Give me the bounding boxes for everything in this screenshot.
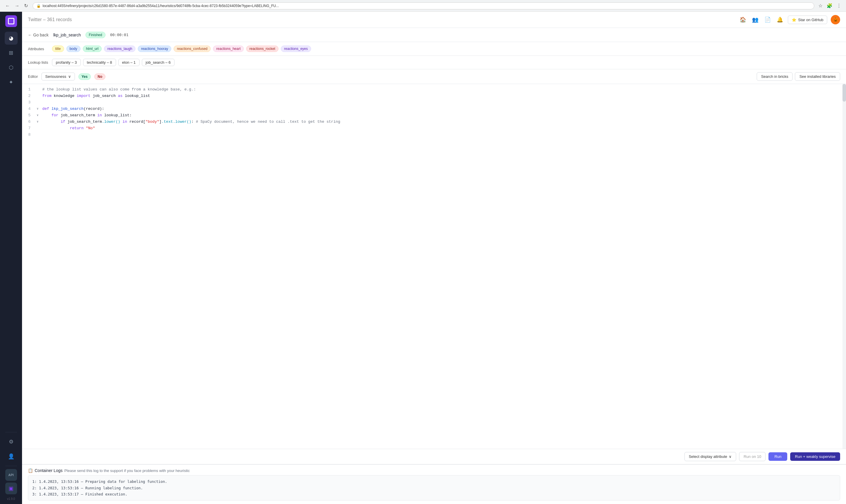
attributes-section: Attributes title body html_url reactions…	[22, 42, 846, 56]
back-arrow-icon: ←	[28, 33, 32, 37]
editor-section: Editor Seriousness ∨ Yes No Search in br…	[22, 69, 846, 84]
log-line-2: 2: 1.4.2023, 13:53:16 – Running labeling…	[32, 485, 836, 491]
user-avatar[interactable]: 🎃	[831, 15, 840, 24]
attr-reactions-confused[interactable]: reactions_confused	[174, 46, 211, 52]
docs-button[interactable]: 📄	[763, 15, 772, 24]
line-content-1: # the lookup list values can also come f…	[40, 86, 846, 93]
app-logo[interactable]	[5, 15, 17, 27]
app-container: ◕ ⊞ ⬡ ✦ ⚙ 👤 API ▣ v1.9.0	[0, 12, 846, 504]
attr-title[interactable]: title	[52, 46, 64, 52]
url-text: localhost:4455/refinery/projects/c26d158…	[42, 4, 810, 8]
attr-reactions-heart[interactable]: reactions_heart	[213, 46, 244, 52]
attributes-label: Attributes	[28, 47, 49, 51]
code-line-5: 5 ∨ for job_search_term in lookup_list:	[22, 112, 846, 119]
header-title: Twitter – 361 records	[28, 17, 72, 22]
code-line-8: 8	[22, 131, 846, 138]
sidebar-api-box[interactable]: API	[5, 469, 17, 481]
scrollbar-thumb[interactable]	[843, 84, 846, 102]
dropdown-label: Seriousness	[45, 74, 66, 79]
star-github-button[interactable]: ⭐ Star on GitHub	[788, 16, 827, 24]
timer-display: 00:00:01	[110, 33, 129, 37]
attr-body[interactable]: body	[66, 46, 80, 52]
sidebar-item-user[interactable]: 👤	[5, 450, 18, 463]
menu-icon[interactable]: ⋮	[835, 2, 843, 9]
code-line-1: 1 # the lookup list values can also come…	[22, 86, 846, 93]
line-content-6: if job_search_term.lower() in record["bo…	[40, 119, 846, 125]
forward-button[interactable]: →	[13, 2, 21, 9]
lookup-elon[interactable]: elon – 1	[119, 59, 140, 66]
sidebar-bottom-box[interactable]: ▣	[5, 483, 17, 494]
select-display-attribute-button[interactable]: Select display attribute ∨	[684, 452, 736, 461]
sidebar-item-tag[interactable]: ⬡	[5, 61, 18, 74]
line-num-5: 5	[22, 112, 35, 119]
code-line-7: 7 return "No"	[22, 125, 846, 131]
installed-libraries-button[interactable]: See installed libraries	[795, 72, 840, 81]
line-content-3	[40, 99, 846, 106]
log-line-1: 1: 1.4.2023, 13:53:16 – Preparing data f…	[32, 479, 836, 485]
seriousness-dropdown[interactable]: Seriousness ∨	[41, 73, 75, 80]
logs-content: 1: 1.4.2023, 13:53:16 – Preparing data f…	[28, 475, 840, 501]
scrollbar-area[interactable]	[843, 84, 846, 449]
attr-reactions-rocket[interactable]: reactions_rocket	[246, 46, 278, 52]
sub-header: ← Go back lkp_job_search Finished 00:00:…	[22, 28, 846, 42]
code-line-3: 3	[22, 99, 846, 106]
line-num-4: 4	[22, 106, 35, 112]
line-num-1: 1	[22, 86, 35, 93]
attr-reactions-eyes[interactable]: reactions_eyes	[281, 46, 311, 52]
sidebar-item-grid[interactable]: ⊞	[5, 47, 18, 59]
address-bar[interactable]: 🔒 localhost:4455/refinery/projects/c26d1…	[33, 2, 814, 10]
version-label: v1.9.0	[7, 497, 15, 501]
status-badge: Finished	[86, 32, 105, 38]
yes-badge[interactable]: Yes	[78, 73, 91, 80]
settings-icon: ⚙	[9, 438, 14, 445]
bulb-icon: ✦	[9, 79, 13, 86]
code-line-4: 4 ∨ def lkp_job_search(record):	[22, 106, 846, 112]
back-button[interactable]: ←	[3, 2, 12, 9]
refresh-button[interactable]: ↻	[22, 2, 30, 9]
bottom-box-icon: ▣	[8, 485, 14, 492]
attr-reactions-laugh[interactable]: reactions_laugh	[104, 46, 136, 52]
run-button[interactable]: Run	[769, 452, 787, 461]
chart-icon: ◕	[9, 35, 14, 41]
attr-html-url[interactable]: html_url	[83, 46, 102, 52]
extensions-icon[interactable]: 🧩	[825, 2, 834, 9]
sidebar: ◕ ⊞ ⬡ ✦ ⚙ 👤 API ▣ v1.9.0	[0, 12, 22, 504]
code-line-2: 2 from knowledge import job_search as lo…	[22, 93, 846, 99]
header-actions: 🏠 👥 📄 🔔 ⭐ Star on GitHub 🎃	[738, 15, 840, 24]
sidebar-item-chart[interactable]: ◕	[5, 32, 18, 44]
heuristic-name: lkp_job_search	[53, 33, 81, 37]
line-content-5: for job_search_term in lookup_list:	[40, 112, 846, 119]
browser-actions: ☆ 🧩 ⋮	[817, 2, 843, 9]
users-button[interactable]: 👥	[751, 15, 760, 24]
notifications-button[interactable]: 🔔	[775, 15, 784, 24]
grid-icon: ⊞	[9, 50, 13, 56]
run-on-10-button[interactable]: Run on 10	[739, 452, 766, 461]
lookup-job-search[interactable]: job_search – 6	[142, 59, 175, 66]
editor-label: Editor	[28, 74, 38, 79]
search-bricks-button[interactable]: Search in bricks	[757, 72, 793, 81]
home-button[interactable]: 🏠	[738, 15, 747, 24]
code-editor[interactable]: 1 # the lookup list values can also come…	[22, 84, 846, 449]
line-content-7: return "No"	[40, 125, 846, 131]
tag-icon: ⬡	[9, 64, 14, 71]
chevron-down-icon: ∨	[68, 74, 71, 79]
line-toggle-5[interactable]: ∨	[35, 112, 40, 119]
attr-reactions-hooray[interactable]: reactions_hooray	[138, 46, 171, 52]
api-label: API	[8, 473, 14, 477]
editor-right-actions: Search in bricks See installed libraries	[757, 72, 840, 81]
bottom-action-bar: Select display attribute ∨ Run on 10 Run…	[22, 449, 846, 464]
no-badge[interactable]: No	[94, 73, 106, 80]
sidebar-item-bulb[interactable]: ✦	[5, 76, 18, 89]
sidebar-item-settings[interactable]: ⚙	[5, 435, 18, 448]
lookup-technicality[interactable]: technicality – 8	[83, 59, 116, 66]
line-toggle-4[interactable]: ∨	[35, 106, 40, 112]
run-weakly-supervise-button[interactable]: Run + weakly supervise	[790, 452, 840, 461]
line-num-8: 8	[22, 131, 35, 138]
user-icon: 👤	[8, 453, 14, 460]
lookup-profanity[interactable]: profanity – 3	[52, 59, 81, 66]
bookmark-icon[interactable]: ☆	[817, 2, 824, 9]
line-num-6: 6	[22, 119, 35, 125]
back-button[interactable]: ← Go back	[28, 33, 49, 37]
line-toggle-6[interactable]: ∨	[35, 119, 40, 125]
line-content-4: def lkp_job_search(record):	[40, 106, 846, 112]
